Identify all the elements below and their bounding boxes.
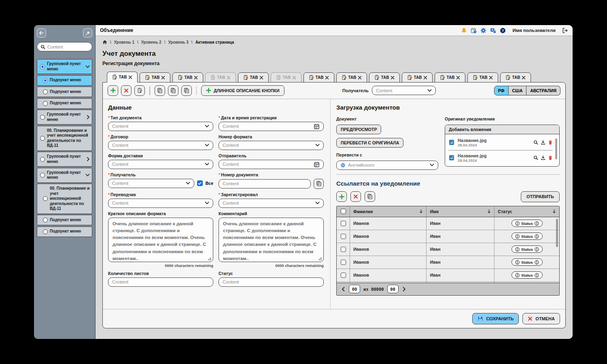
close-tab-icon[interactable] xyxy=(325,76,329,80)
column-header[interactable]: Статус xyxy=(494,206,559,217)
sidebar-item[interactable]: Подпункт меню xyxy=(37,98,92,109)
format_number-select[interactable]: Content xyxy=(219,141,324,150)
translator-select[interactable]: Content xyxy=(108,199,213,208)
close-tab-icon[interactable] xyxy=(128,75,132,79)
row-checkbox[interactable] xyxy=(341,273,346,278)
notifications-bell-icon[interactable] xyxy=(461,28,467,34)
download-attachment-icon[interactable] xyxy=(541,140,545,145)
add-attachments-header[interactable]: Добавить вложения xyxy=(445,125,559,134)
refs-delete-button[interactable] xyxy=(350,191,361,202)
preview-attachment-icon[interactable] xyxy=(533,155,538,160)
preview-attachment-icon[interactable] xyxy=(533,140,538,145)
close-tab-icon[interactable] xyxy=(358,76,362,80)
sheets_count-input[interactable]: Content xyxy=(108,277,213,287)
language-select[interactable]: Английского xyxy=(336,161,438,170)
sidebar-search-input[interactable]: Content xyxy=(37,42,92,51)
translate-from-original-button[interactable]: ПЕРЕВЕСТИ С ОРИГИНАЛА xyxy=(336,138,403,148)
page-number-input[interactable]: 00 xyxy=(349,285,360,293)
close-tab-icon[interactable] xyxy=(227,76,231,80)
close-tab-icon[interactable] xyxy=(292,76,296,80)
column-header[interactable]: Фамилия xyxy=(350,206,426,217)
sidebar-item[interactable]: Групповой пункт меню xyxy=(37,59,92,74)
breadcrumb-link[interactable]: Уровень 3 xyxy=(168,40,189,44)
sidebar-item[interactable]: 00. Планирование и учет инспекционной де… xyxy=(37,184,92,214)
table-row[interactable]: ИвановИванStatus xyxy=(337,282,559,283)
region-toggle-2[interactable]: АВСТРАЛИЯ xyxy=(526,86,560,95)
settings-gear-icon[interactable] xyxy=(480,28,486,34)
sidebar-item[interactable]: Групповой пункт меню xyxy=(37,110,92,125)
tab[interactable]: TAB xyxy=(238,72,269,83)
close-tab-icon[interactable] xyxy=(456,76,460,80)
row-checkbox[interactable] xyxy=(341,260,346,265)
copy-button-1[interactable] xyxy=(155,85,165,96)
sidebar-item[interactable]: Групповой пункт меню xyxy=(37,168,92,183)
translate-lock-icon[interactable]: A xyxy=(490,28,496,34)
row-checkbox[interactable] xyxy=(341,247,346,252)
row-checkbox[interactable] xyxy=(341,234,346,239)
registrar-select[interactable]: Content xyxy=(219,199,324,208)
preview-button[interactable]: ПРЕДПРОСМОТР xyxy=(336,125,381,134)
table-row[interactable]: ИвановИванStatus xyxy=(337,217,559,230)
page-size-input[interactable]: 00 xyxy=(387,285,399,293)
table-row[interactable]: ИвановИванStatus xyxy=(337,230,559,243)
close-tab-icon[interactable] xyxy=(259,76,263,80)
sort-icon[interactable] xyxy=(419,209,423,214)
recipient-select[interactable]: Content xyxy=(372,86,436,95)
long-description-button[interactable]: ДЛИННОЕ ОПИСАНИЕ КНОПКИ xyxy=(201,85,284,96)
copy-doc-number-button[interactable] xyxy=(314,179,324,189)
comment-textarea[interactable]: Очень длинное описание к данной странице… xyxy=(219,218,324,262)
logout-icon[interactable] xyxy=(562,28,568,34)
table-row[interactable]: ИвановИванStatus xyxy=(337,256,559,269)
delete-attachment-icon[interactable] xyxy=(548,155,553,160)
resize-handle-icon[interactable] xyxy=(318,257,322,260)
select-all-checkbox[interactable] xyxy=(341,209,346,214)
help-icon[interactable]: ? xyxy=(500,28,506,34)
table-row[interactable]: ИвановИванStatus xyxy=(337,243,559,256)
paste-edit-button[interactable] xyxy=(134,85,145,96)
breadcrumb-link[interactable]: Уровень 2 xyxy=(141,40,161,44)
close-tab-icon[interactable] xyxy=(161,76,165,80)
prev-page-button[interactable] xyxy=(341,287,346,292)
close-tab-icon[interactable] xyxy=(391,76,395,80)
refs-copy-button[interactable] xyxy=(365,191,375,202)
sort-icon[interactable] xyxy=(487,209,491,214)
doc_type-select[interactable]: Content xyxy=(108,122,213,131)
sidebar-pin-button[interactable] xyxy=(83,28,92,38)
tab[interactable]: TAB xyxy=(402,72,433,83)
sidebar-item[interactable]: Групповой пункт меню xyxy=(37,152,92,167)
sender-input[interactable]: Content xyxy=(219,160,324,169)
sidebar-item[interactable]: Подпункт меню xyxy=(37,226,92,237)
table-row[interactable]: ИвановИванStatus xyxy=(337,269,559,282)
next-page-button[interactable] xyxy=(402,287,407,292)
add-button[interactable] xyxy=(108,85,118,96)
send-button[interactable]: ОТПРАВИТЬ xyxy=(521,191,560,202)
tab[interactable]: TAB xyxy=(435,72,465,83)
reg_datetime-input[interactable]: Content xyxy=(219,122,324,131)
refs-add-button[interactable] xyxy=(336,191,347,202)
copy-button-3[interactable] xyxy=(181,85,192,96)
sidebar-item[interactable]: Подпункт меню xyxy=(37,215,92,225)
tab[interactable]: TAB xyxy=(500,72,531,83)
download-attachment-icon[interactable] xyxy=(541,155,545,160)
close-tab-icon[interactable] xyxy=(489,76,493,80)
region-toggle-0[interactable]: РФ xyxy=(494,86,509,95)
close-tab-icon[interactable] xyxy=(423,76,427,80)
delivery_form-select[interactable]: Content xyxy=(108,160,213,169)
tab[interactable]: TAB xyxy=(172,72,203,83)
sidebar-collapse-button[interactable] xyxy=(37,28,46,38)
short_desc-textarea[interactable]: Очень длинное описание к данной странице… xyxy=(108,218,213,262)
tab[interactable]: TAB xyxy=(369,72,400,83)
breadcrumb-link[interactable]: Уровень 1 xyxy=(114,40,134,44)
close-tab-icon[interactable] xyxy=(194,76,198,80)
tab[interactable]: TAB xyxy=(304,72,334,83)
sidebar-item[interactable]: 00. Планирование и учет инспекционной де… xyxy=(37,126,92,151)
sort-icon[interactable] xyxy=(552,209,556,214)
region-toggle-1[interactable]: США xyxy=(509,86,527,95)
tab[interactable]: TAB xyxy=(107,72,138,83)
cancel-button[interactable]: ОТМЕНА xyxy=(522,313,560,324)
tab[interactable]: TAB xyxy=(467,72,498,83)
copy-button-2[interactable] xyxy=(168,85,178,96)
delete-attachment-icon[interactable] xyxy=(548,140,553,145)
sidebar-item[interactable]: Подпункт меню xyxy=(37,87,92,97)
save-button[interactable]: СОХРАНИТЬ xyxy=(472,313,519,324)
